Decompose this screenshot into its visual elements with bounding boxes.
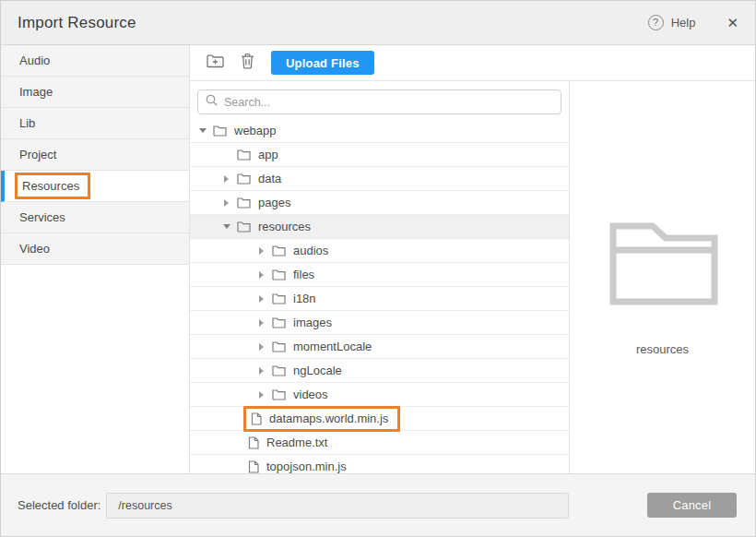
folder-icon: [272, 364, 286, 376]
tree-row[interactable]: images: [190, 311, 569, 335]
help-label: Help: [671, 16, 696, 30]
tree-row-label: images: [293, 316, 332, 328]
dialog-footer: Selected folder: Cancel: [1, 473, 755, 536]
sidebar: Audio Image Lib Project Resources Servic…: [1, 45, 190, 473]
sidebar-item-services[interactable]: Services: [1, 202, 189, 233]
tree-row-content: topojson.min.js: [248, 460, 347, 473]
tree-row-content: datamaps.world.min.js: [243, 406, 400, 432]
sidebar-item-label: Video: [19, 243, 50, 255]
tree-row-label: data: [258, 173, 281, 185]
sidebar-item-resources[interactable]: Resources: [1, 171, 189, 202]
tree-row[interactable]: pages: [190, 191, 569, 215]
tree-row[interactable]: ngLocale: [190, 359, 569, 383]
sidebar-item-video[interactable]: Video: [1, 233, 189, 265]
folder-icon: [272, 268, 286, 280]
tree-row[interactable]: resources: [190, 215, 569, 239]
tree-row-content: app: [237, 149, 278, 161]
tree-panel: webapp app data: [190, 81, 570, 473]
expander-caret-icon[interactable]: [256, 245, 266, 256]
delete-button[interactable]: [241, 53, 254, 73]
tree-row-label: webapp: [234, 125, 277, 137]
expander-caret-icon[interactable]: [256, 389, 266, 400]
dialog-body: Audio Image Lib Project Resources Servic…: [1, 45, 755, 473]
folder-icon: [237, 149, 251, 161]
tree-row-label: i18n: [293, 292, 316, 304]
tree-row-label: audios: [293, 245, 328, 257]
content-area: webapp app data: [190, 81, 755, 473]
expander-caret-icon[interactable]: [256, 269, 266, 280]
expander-caret-icon[interactable]: [256, 365, 266, 376]
tree-row-content: i18n: [272, 292, 316, 304]
upload-files-button[interactable]: Upload Files: [271, 51, 374, 75]
tree-row-label: datamaps.world.min.js: [269, 412, 388, 424]
tree-row[interactable]: datamaps.world.min.js: [190, 407, 569, 431]
folder-icon: [237, 221, 251, 233]
search-input[interactable]: [224, 96, 553, 109]
tree-row[interactable]: Readme.txt: [190, 431, 569, 455]
expander-caret-icon[interactable]: [197, 125, 207, 136]
close-icon[interactable]: ✕: [726, 16, 738, 30]
toolbar: Upload Files: [190, 45, 755, 81]
tree-row-content: ngLocale: [272, 364, 342, 376]
sidebar-item-label: Project: [19, 149, 56, 161]
tree-row-label: momentLocale: [293, 340, 372, 352]
expander-caret-icon[interactable]: [256, 341, 266, 352]
file-icon: [248, 460, 259, 473]
dialog-header: Import Resource ? Help ✕: [1, 1, 755, 45]
tree-row-label: topojson.min.js: [266, 460, 347, 472]
tree-row[interactable]: topojson.min.js: [190, 455, 569, 473]
sidebar-item-project[interactable]: Project: [1, 139, 189, 171]
file-tree: webapp app data: [190, 119, 569, 473]
tree-row-content: resources: [237, 221, 311, 233]
new-folder-button[interactable]: [207, 54, 224, 72]
cancel-button[interactable]: Cancel: [647, 493, 737, 518]
search-box: [197, 90, 561, 114]
question-circle-icon: ?: [648, 15, 664, 30]
sidebar-item-label: Audio: [19, 54, 50, 66]
sidebar-item-lib[interactable]: Lib: [1, 108, 189, 139]
tree-row-content: images: [272, 316, 332, 328]
tree-row[interactable]: app: [190, 143, 569, 167]
tree-row-label: pages: [258, 197, 290, 209]
folder-icon: [237, 197, 251, 209]
preview-folder-label: resources: [636, 342, 689, 356]
tree-row-label: Readme.txt: [266, 436, 327, 448]
sidebar-item-image[interactable]: Image: [1, 77, 189, 108]
expander-caret-icon[interactable]: [256, 293, 266, 304]
tree-row[interactable]: momentLocale: [190, 335, 569, 359]
header-actions: ? Help ✕: [648, 15, 738, 30]
tree-row[interactable]: videos: [190, 383, 569, 407]
selected-folder-label: Selected folder:: [18, 498, 100, 512]
tree-row-label: app: [258, 149, 278, 161]
big-folder-icon: [605, 216, 720, 309]
folder-plus-icon: [207, 54, 224, 72]
file-icon: [248, 436, 259, 449]
preview-panel: resources: [570, 81, 755, 473]
tree-row[interactable]: webapp: [190, 119, 569, 143]
tree-row-content: files: [272, 268, 314, 280]
expander-caret-icon[interactable]: [256, 317, 266, 328]
tree-row-content: webapp: [213, 125, 277, 137]
tree-row-content: momentLocale: [272, 340, 372, 352]
help-button[interactable]: ? Help: [648, 15, 696, 30]
sidebar-item-label: Resources: [15, 173, 90, 199]
tree-row-label: resources: [258, 221, 311, 233]
tree-row[interactable]: audios: [190, 239, 569, 263]
import-resource-dialog: Import Resource ? Help ✕ Audio Image Lib…: [0, 0, 756, 537]
sidebar-item-audio[interactable]: Audio: [1, 45, 189, 77]
expander-caret-icon[interactable]: [221, 221, 231, 232]
page-title: Import Resource: [18, 14, 136, 32]
sidebar-item-label: Services: [19, 211, 65, 223]
file-icon: [251, 412, 262, 425]
expander-caret-icon[interactable]: [221, 197, 231, 208]
tree-row-content: Readme.txt: [248, 436, 327, 449]
selected-folder-input[interactable]: [106, 493, 569, 519]
expander-caret-icon[interactable]: [221, 173, 231, 184]
tree-row[interactable]: files: [190, 263, 569, 287]
tree-row[interactable]: data: [190, 167, 569, 191]
tree-row-label: files: [293, 268, 314, 280]
tree-row-content: data: [237, 173, 281, 185]
tree-row[interactable]: i18n: [190, 287, 569, 311]
tree-row-content: pages: [237, 197, 290, 209]
tree-row-label: videos: [293, 388, 328, 400]
